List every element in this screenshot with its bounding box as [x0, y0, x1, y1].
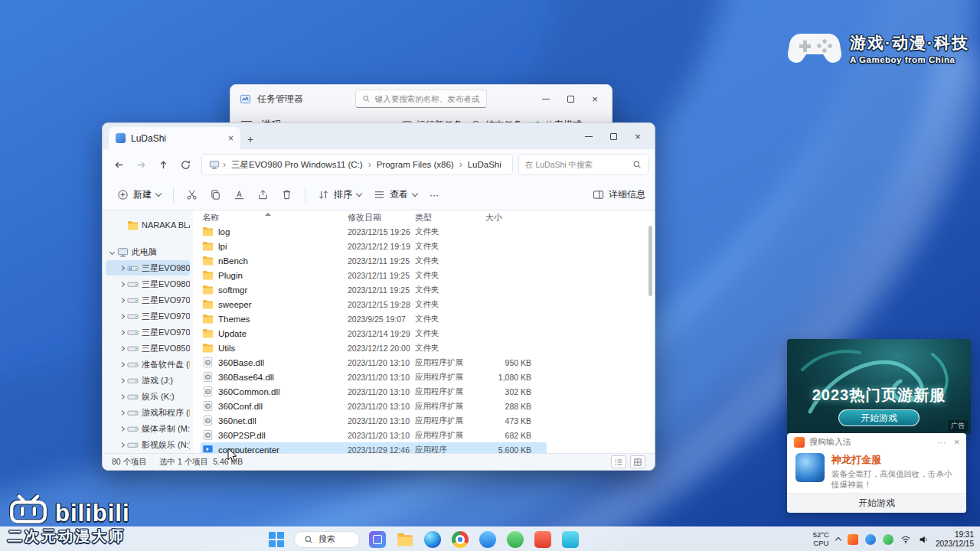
file-row[interactable]: sweeper2023/12/15 19:28文件夹	[201, 297, 547, 311]
file-row[interactable]: Utils2023/12/12 20:00文件夹	[201, 341, 547, 355]
new-tab-button[interactable]: +	[240, 129, 260, 149]
file-row[interactable]: Plugin2023/12/11 19:25文件夹	[201, 268, 547, 282]
file-row[interactable]: computercenter2023/11/29 12:46应用程序5,600 …	[201, 442, 547, 453]
file-row[interactable]: 360Conf.dll2023/11/20 13:10应用程序扩展288 KB	[201, 399, 547, 413]
file-row[interactable]: 360Base64.dll2023/11/20 13:10应用程序扩展1,080…	[201, 370, 547, 384]
sidebar-item[interactable]: 三星EVO980 I	[106, 276, 190, 292]
column-header-type[interactable]: 类型	[415, 212, 485, 223]
volume-icon[interactable]	[918, 534, 929, 545]
close-icon[interactable]: ×	[954, 437, 959, 448]
tab-close-icon[interactable]: ×	[228, 133, 234, 144]
sidebar-item[interactable]: 三星EVO980	[106, 260, 190, 276]
chevron-icon[interactable]	[119, 329, 125, 334]
explorer-tab[interactable]: LuDaShi ×	[109, 127, 240, 149]
refresh-button[interactable]	[175, 155, 196, 175]
minimize-button[interactable]	[577, 127, 601, 145]
view-button[interactable]: 查看	[368, 184, 423, 205]
explorer-search-input[interactable]	[525, 160, 628, 169]
close-button[interactable]: ×	[583, 90, 607, 108]
taskbar-search[interactable]: 搜索	[294, 531, 360, 548]
file-row[interactable]: log2023/12/15 19:26文件夹	[201, 224, 547, 239]
file-row[interactable]: nBench2023/12/11 19:25文件夹	[201, 253, 547, 268]
start-button[interactable]	[268, 531, 285, 548]
chevron-icon[interactable]	[119, 345, 125, 350]
file-row[interactable]: lpi2023/12/12 19:19文件夹	[201, 239, 547, 253]
game-ad-banner[interactable]: 2023热门页游新服 开始游戏 广告	[787, 339, 971, 435]
file-row[interactable]: 360P2SP.dll2023/11/20 13:10应用程序扩展682 KB	[201, 428, 547, 442]
chevron-icon[interactable]	[119, 361, 125, 367]
details-view-button[interactable]	[611, 455, 626, 468]
file-row[interactable]: softmgr2023/12/11 19:25文件夹	[201, 282, 547, 297]
cut-button[interactable]	[181, 184, 203, 206]
scrollbar-thumb[interactable]	[648, 226, 652, 296]
file-row[interactable]: 360Common.dll2023/11/20 13:10应用程序扩展302 K…	[201, 384, 547, 399]
tray-app-icon[interactable]	[883, 534, 893, 545]
toolbar-more-button[interactable]: ···	[424, 186, 444, 204]
chevron-icon[interactable]	[119, 265, 125, 270]
share-button[interactable]	[252, 184, 274, 206]
clock-widget[interactable]: 19:31 2023/12/15	[936, 530, 974, 549]
delete-button[interactable]	[276, 184, 298, 206]
taskbar-app-icon[interactable]	[507, 531, 524, 548]
maximize-button[interactable]	[601, 127, 626, 145]
file-row[interactable]: 360Base.dll2023/11/20 13:10应用程序扩展950 KB	[201, 355, 547, 370]
breadcrumb-item[interactable]: Program Files (x86)	[374, 160, 456, 169]
sidebar-item[interactable]: 三星EVO970 V	[106, 292, 190, 308]
taskbar-app-icon[interactable]	[369, 531, 386, 548]
tray-app-icon[interactable]	[865, 534, 876, 545]
more-icon[interactable]: ···	[937, 437, 946, 448]
explorer-search[interactable]	[518, 154, 648, 175]
chevron-icon[interactable]	[119, 377, 125, 383]
sidebar-item[interactable]: 准备软件盘 (I:	[106, 357, 190, 372]
sort-button[interactable]: 排序	[312, 184, 367, 205]
details-pane-button[interactable]: 详细信息	[593, 188, 645, 201]
cpu-temp-widget[interactable]: 52°C CPU	[813, 531, 829, 548]
sogou-ad-body[interactable]: 神龙打金服 装备全靠打，高保值回收，击杀小怪爆神装！	[787, 452, 966, 493]
chevron-icon[interactable]	[119, 409, 125, 415]
sidebar-item[interactable]: 三星EVO850 V	[106, 341, 190, 356]
forward-button[interactable]	[131, 155, 152, 175]
rename-button[interactable]	[228, 184, 250, 206]
close-button[interactable]: ×	[626, 127, 650, 145]
chevron-icon[interactable]	[119, 281, 125, 286]
file-row[interactable]: Themes2023/9/25 19:07文件夹	[201, 311, 547, 326]
chevron-icon[interactable]	[109, 249, 115, 254]
popup-start-game-button[interactable]: 开始游戏	[787, 493, 966, 513]
task-manager-search-input[interactable]	[375, 94, 480, 103]
sidebar-item[interactable]: 娱乐 (K:)	[106, 389, 190, 404]
taskbar-app-icon[interactable]	[452, 531, 469, 548]
sidebar-item[interactable]: 三星EVO970B	[106, 324, 190, 340]
column-header-name[interactable]: 名称	[201, 212, 348, 223]
sidebar-item[interactable]: NARAKA BLAD	[106, 217, 190, 233]
sidebar-item[interactable]: 媒体录制 (M:)	[106, 421, 190, 436]
breadcrumb-item[interactable]: LuDaShi	[466, 160, 504, 169]
minimize-button[interactable]	[534, 90, 558, 108]
ad-start-game-button[interactable]: 开始游戏	[838, 409, 920, 426]
sidebar-item[interactable]: 游戏和程序 (L:	[106, 405, 190, 420]
taskbar-app-icon[interactable]	[562, 531, 579, 548]
thumbnail-view-button[interactable]	[630, 455, 645, 468]
taskbar-app-icon[interactable]	[397, 531, 413, 548]
column-header-date[interactable]: 修改日期	[348, 212, 415, 223]
taskbar-app-icon[interactable]	[534, 531, 551, 548]
chevron-icon[interactable]	[119, 425, 125, 431]
sidebar-item[interactable]: 游戏 (J:)	[106, 373, 190, 388]
tray-sogou-icon[interactable]	[848, 534, 858, 545]
chevron-icon[interactable]	[119, 297, 125, 302]
maximize-button[interactable]	[558, 90, 583, 108]
sidebar-item[interactable]: 三星EVO970B	[106, 308, 190, 324]
chevron-icon[interactable]	[120, 223, 124, 227]
chevron-icon[interactable]	[119, 442, 125, 447]
task-manager-search[interactable]	[355, 90, 487, 108]
file-row[interactable]: 360net.dll2023/11/20 13:10应用程序扩展473 KB	[201, 413, 547, 428]
up-button[interactable]	[153, 155, 174, 175]
chevron-icon[interactable]	[119, 313, 125, 318]
sidebar-item[interactable]: 影视娱乐 (N:)	[106, 437, 190, 452]
copy-button[interactable]	[204, 184, 227, 206]
taskbar-app-icon[interactable]	[479, 531, 496, 548]
chevron-icon[interactable]	[119, 393, 125, 399]
taskbar-app-icon[interactable]	[424, 531, 441, 548]
hidden-icons-chevron[interactable]	[835, 537, 841, 543]
new-button[interactable]: 新建	[112, 184, 166, 205]
column-header-size[interactable]: 大小	[485, 212, 539, 223]
